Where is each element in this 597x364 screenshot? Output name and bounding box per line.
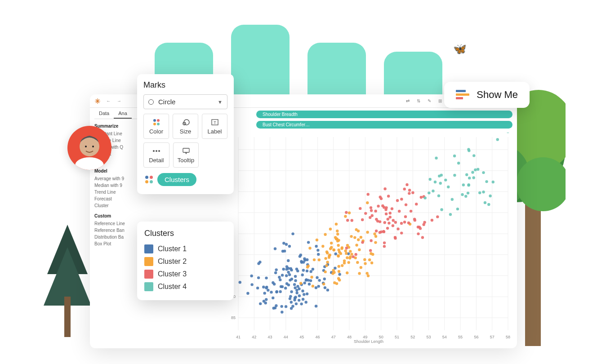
legend-item[interactable]: Cluster 4 xyxy=(144,280,227,293)
mark-type-dropdown[interactable]: Circle ▼ xyxy=(143,94,227,109)
svg-point-345 xyxy=(400,222,403,225)
marks-size-button[interactable]: Size xyxy=(173,114,198,139)
svg-point-369 xyxy=(478,191,481,194)
butterfly-icon: 🦋 xyxy=(453,43,467,55)
svg-point-317 xyxy=(370,209,373,212)
show-me-button[interactable]: Show Me xyxy=(444,82,530,108)
svg-point-370 xyxy=(457,162,460,164)
svg-point-356 xyxy=(346,219,349,222)
svg-point-239 xyxy=(365,272,368,275)
marks-card: Marks Circle ▼ Color Size T Label xyxy=(137,74,234,194)
svg-point-231 xyxy=(358,272,361,275)
chevron-down-icon: ▼ xyxy=(218,99,223,105)
svg-point-190 xyxy=(346,256,348,259)
svg-point-332 xyxy=(383,231,385,233)
svg-point-187 xyxy=(264,302,267,304)
svg-point-176 xyxy=(291,232,294,235)
tree-illustration-left xyxy=(38,220,97,339)
svg-point-136 xyxy=(288,245,291,248)
marks-label-button[interactable]: T Label xyxy=(202,114,227,139)
svg-point-135 xyxy=(284,287,287,289)
svg-point-329 xyxy=(394,237,397,240)
clusters-assignment[interactable]: Clusters xyxy=(143,171,196,188)
svg-point-414 xyxy=(156,150,157,152)
svg-point-143 xyxy=(280,305,283,308)
svg-point-357 xyxy=(379,195,382,198)
legend-item[interactable]: Cluster 3 xyxy=(144,268,227,280)
columns-pill[interactable]: Shoulder Breadth xyxy=(256,111,512,118)
svg-point-119 xyxy=(280,285,282,288)
svg-point-278 xyxy=(335,237,338,240)
svg-point-139 xyxy=(303,293,305,296)
svg-point-233 xyxy=(350,235,352,238)
svg-point-371 xyxy=(437,194,440,197)
svg-point-193 xyxy=(335,222,338,225)
sidebar-item[interactable]: Cluster xyxy=(94,202,151,209)
svg-point-380 xyxy=(472,154,475,157)
svg-point-373 xyxy=(461,193,463,196)
svg-text:50: 50 xyxy=(379,335,383,339)
svg-point-279 xyxy=(337,277,340,280)
svg-point-174 xyxy=(305,278,307,281)
highlight-icon[interactable]: ✎ xyxy=(426,98,432,104)
svg-point-159 xyxy=(281,274,284,276)
legend-swatch xyxy=(144,270,153,279)
svg-point-74 xyxy=(290,301,293,303)
svg-point-333 xyxy=(371,214,374,217)
svg-rect-2 xyxy=(64,297,71,337)
svg-text:46: 46 xyxy=(315,335,320,339)
sidebar-item[interactable]: Forecast xyxy=(94,195,151,202)
svg-point-218 xyxy=(358,249,361,251)
svg-point-168 xyxy=(273,283,276,285)
svg-point-117 xyxy=(290,290,293,293)
svg-point-349 xyxy=(422,223,425,226)
back-icon[interactable]: ← xyxy=(105,98,111,104)
svg-point-285 xyxy=(405,183,408,186)
tab-analytics[interactable]: Ana xyxy=(114,109,132,119)
svg-point-224 xyxy=(364,262,366,265)
svg-point-108 xyxy=(315,245,317,248)
svg-point-301 xyxy=(400,198,403,200)
svg-point-182 xyxy=(300,261,303,264)
svg-point-283 xyxy=(331,272,334,275)
svg-point-85 xyxy=(285,274,288,277)
swap-icon[interactable]: ⇄ xyxy=(405,98,411,104)
svg-point-292 xyxy=(436,215,439,218)
legend-item[interactable]: Cluster 1 xyxy=(144,243,227,255)
svg-point-200 xyxy=(341,264,343,267)
svg-point-240 xyxy=(336,233,339,235)
svg-point-70 xyxy=(257,276,260,279)
marks-tooltip-button[interactable]: Tooltip xyxy=(173,142,199,168)
svg-point-381 xyxy=(485,180,488,183)
tab-data[interactable]: Data xyxy=(94,109,114,119)
svg-rect-416 xyxy=(183,148,189,152)
sort-asc-icon[interactable]: ⇅ xyxy=(415,98,422,104)
svg-point-256 xyxy=(330,242,333,244)
svg-point-116 xyxy=(302,269,305,271)
scatter-chart: 4142434445464748495051525354555657588590… xyxy=(225,133,512,344)
svg-point-145 xyxy=(265,298,267,301)
svg-point-359 xyxy=(387,195,390,197)
svg-point-355 xyxy=(354,253,357,256)
svg-point-287 xyxy=(415,203,418,205)
svg-point-151 xyxy=(290,307,293,310)
svg-point-270 xyxy=(322,283,325,285)
svg-point-354 xyxy=(381,204,384,207)
svg-point-284 xyxy=(333,249,335,251)
svg-point-124 xyxy=(289,295,292,297)
svg-point-353 xyxy=(396,199,399,202)
svg-point-230 xyxy=(337,249,340,251)
marks-color-button[interactable]: Color xyxy=(143,114,169,139)
svg-point-221 xyxy=(332,269,334,272)
rows-pill[interactable]: Bust Chest Circumfer… xyxy=(256,121,512,129)
group-icon[interactable]: ⊞ xyxy=(437,98,443,104)
svg-point-363 xyxy=(361,241,364,244)
svg-point-10 xyxy=(85,146,87,147)
svg-point-188 xyxy=(316,276,318,279)
marks-detail-button[interactable]: Detail xyxy=(143,142,169,168)
svg-point-306 xyxy=(361,218,364,221)
forward-icon[interactable]: → xyxy=(116,98,122,104)
svg-point-312 xyxy=(386,227,389,230)
legend-item[interactable]: Cluster 2 xyxy=(144,255,227,268)
svg-point-319 xyxy=(387,218,389,221)
